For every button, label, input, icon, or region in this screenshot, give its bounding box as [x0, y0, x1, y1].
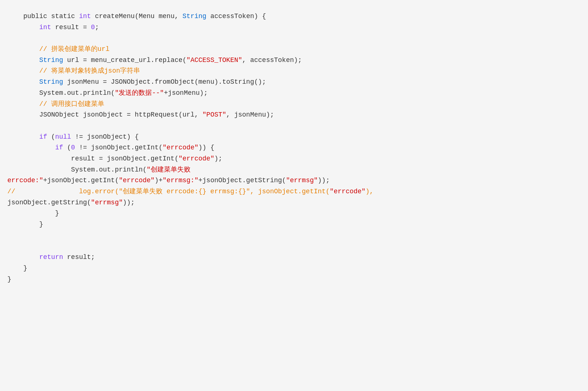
code-line: // log.error("创建菜单失败 errcode:{} errmsg:{…: [0, 186, 588, 197]
code-line: [0, 230, 588, 241]
code-line: }: [0, 274, 588, 285]
code-line: // 调用接口创建菜单: [0, 99, 588, 110]
code-line: String url = menu_create_url.replace("AC…: [0, 55, 588, 66]
code-line: }: [0, 219, 588, 230]
code-line: [0, 33, 588, 44]
code-line: // 将菜单对象转换成json字符串: [0, 66, 588, 77]
code-line: result = jsonObject.getInt("errcode");: [0, 153, 588, 165]
code-container: public static int createMenu(Menu menu, …: [0, 7, 588, 288]
code-line: if (null != jsonObject) {: [0, 132, 588, 143]
code-line: }: [0, 263, 588, 274]
code-line: System.out.println("发送的数据--"+jsonMenu);: [0, 88, 588, 99]
code-line: jsonObject.getString("errmsg"));: [0, 197, 588, 208]
code-line: System.out.println("创建菜单失败: [0, 165, 588, 176]
code-line: }: [0, 208, 588, 219]
code-line: [0, 241, 588, 252]
code-line: return result;: [0, 252, 588, 263]
code-line: [0, 121, 588, 132]
code-line: errcode:"+jsonObject.getInt("errcode")+"…: [0, 175, 588, 186]
code-block: public static int createMenu(Menu menu, …: [0, 11, 588, 285]
code-line: JSONObject jsonObject = httpRequest(url,…: [0, 110, 588, 121]
code-line: // 拼装创建菜单的url: [0, 44, 588, 55]
code-line: public static int createMenu(Menu menu, …: [0, 11, 588, 22]
code-line: if (0 != jsonObject.getInt("errcode")) {: [0, 142, 588, 153]
code-line: int result = 0;: [0, 22, 588, 33]
code-line: String jsonMenu = JSONObject.fromObject(…: [0, 77, 588, 88]
